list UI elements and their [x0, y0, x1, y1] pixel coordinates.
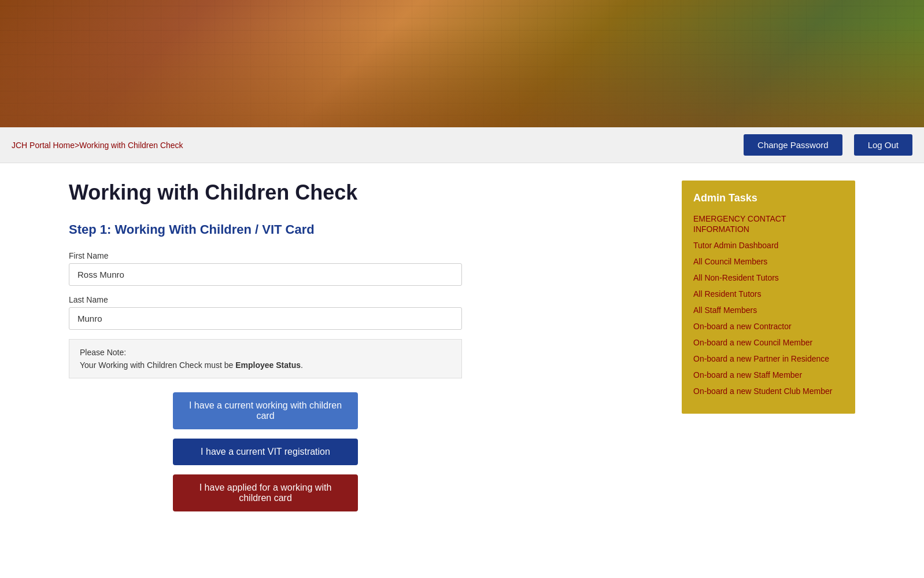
sidebar-list-item: Tutor Admin Dashboard	[693, 240, 844, 251]
sidebar-item-8[interactable]: On-board a new Partner in Residence	[693, 354, 829, 363]
admin-tasks-title: Admin Tasks	[693, 192, 844, 204]
page-title: Working with Children Check	[69, 181, 659, 205]
change-password-button[interactable]: Change Password	[744, 134, 842, 156]
breadcrumb-home[interactable]: JCH Portal Home	[12, 141, 75, 150]
sidebar-item-5[interactable]: All Staff Members	[693, 305, 757, 315]
sidebar-list-item: EMERGENCY CONTACT INFORMATION	[693, 213, 844, 234]
sidebar-list-item: All Staff Members	[693, 305, 844, 315]
first-name-group: First Name	[69, 251, 659, 286]
last-name-group: Last Name	[69, 295, 659, 330]
note-label: Please Note:	[80, 348, 451, 357]
sidebar-item-6[interactable]: On-board a new Contractor	[693, 322, 792, 331]
sidebar-list-item: On-board a new Contractor	[693, 321, 844, 332]
sidebar-item-3[interactable]: All Non-Resident Tutors	[693, 273, 779, 282]
sidebar-item-7[interactable]: On-board a new Council Member	[693, 338, 812, 347]
last-name-label: Last Name	[69, 295, 659, 304]
content-area: Working with Children Check Step 1: Work…	[69, 181, 659, 511]
sidebar-list-item: On-board a new Student Club Member	[693, 386, 844, 396]
sidebar-list-item: All Non-Resident Tutors	[693, 273, 844, 283]
current-card-button[interactable]: I have a current working with children c…	[173, 392, 358, 429]
header-image	[0, 0, 924, 127]
sidebar-item-4[interactable]: All Resident Tutors	[693, 289, 762, 299]
vit-registration-button[interactable]: I have a current VIT registration	[173, 439, 358, 465]
sidebar-item-10[interactable]: On-board a new Student Club Member	[693, 386, 832, 396]
note-box: Please Note: Your Working with Children …	[69, 339, 462, 378]
sidebar-item-2[interactable]: All Council Members	[693, 257, 767, 266]
last-name-input[interactable]	[69, 307, 462, 330]
sidebar-list-item: All Council Members	[693, 256, 844, 267]
nav-bar: JCH Portal Home>Working with Children Ch…	[0, 127, 924, 163]
action-buttons: I have a current working with children c…	[69, 392, 462, 511]
first-name-label: First Name	[69, 251, 659, 260]
step-title: Step 1: Working With Children / VIT Card	[69, 222, 659, 237]
main-layout: Working with Children Check Step 1: Work…	[57, 163, 867, 529]
sidebar-item-9[interactable]: On-board a new Staff Member	[693, 370, 802, 380]
note-text-bold: Employee Status	[235, 360, 301, 370]
sidebar-list-item: On-board a new Partner in Residence	[693, 354, 844, 364]
sidebar-item-0[interactable]: EMERGENCY CONTACT INFORMATION	[693, 214, 786, 234]
note-text: Your Working with Children Check must be…	[80, 360, 451, 370]
first-name-input[interactable]	[69, 263, 462, 286]
sidebar-list-item: On-board a new Staff Member	[693, 370, 844, 380]
sidebar: Admin Tasks EMERGENCY CONTACT INFORMATIO…	[682, 181, 855, 511]
breadcrumb: JCH Portal Home>Working with Children Ch…	[12, 141, 183, 150]
sidebar-list-item: All Resident Tutors	[693, 289, 844, 299]
note-text-end: .	[301, 360, 303, 370]
note-text-plain: Your Working with Children Check must be	[80, 360, 235, 370]
applied-button[interactable]: I have applied for a working with childr…	[173, 474, 358, 511]
admin-tasks-panel: Admin Tasks EMERGENCY CONTACT INFORMATIO…	[682, 181, 855, 414]
sidebar-list-item: On-board a new Council Member	[693, 337, 844, 348]
logout-button[interactable]: Log Out	[854, 134, 912, 156]
breadcrumb-separator: >	[75, 141, 79, 150]
breadcrumb-current: Working with Children Check	[79, 141, 183, 150]
nav-buttons: Change Password Log Out	[744, 134, 912, 156]
admin-tasks-list: EMERGENCY CONTACT INFORMATIONTutor Admin…	[693, 213, 844, 396]
sidebar-item-1[interactable]: Tutor Admin Dashboard	[693, 241, 778, 250]
